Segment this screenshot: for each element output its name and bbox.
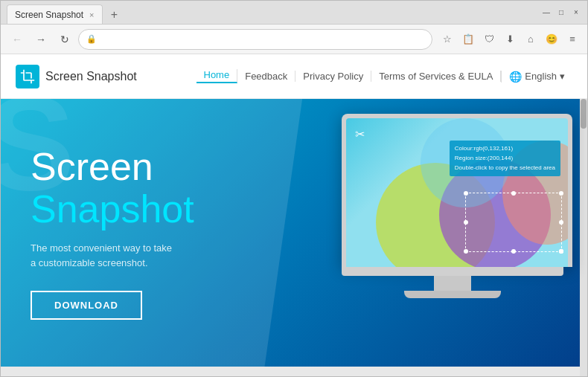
tab-close-button[interactable]: × xyxy=(89,10,94,19)
tooltip-line1: Colour:rgb(0,132,161) xyxy=(455,144,555,154)
close-window-button[interactable]: × xyxy=(571,7,581,18)
language-selector[interactable]: 🌐 English ▾ xyxy=(501,71,572,83)
navigation-bar: ← → ↻ 🔒 ☆ 📋 🛡 ⬇ ⌂ 😊 ≡ xyxy=(1,25,587,54)
tooltip-line3: Double-click to copy the selected area xyxy=(455,164,555,173)
monitor-frame: ✂ Colour:rgb(0,132,161) Region size:(200… xyxy=(342,114,572,267)
download-icon[interactable]: ⬇ xyxy=(501,30,519,48)
selection-rectangle xyxy=(465,193,562,252)
hero-subtitle-line1: The most convenient way to take xyxy=(31,242,172,254)
window-controls: — □ × xyxy=(541,7,581,18)
minimize-button[interactable]: — xyxy=(541,7,552,18)
title-bar: Screen Snapshot × + — □ × xyxy=(1,1,587,25)
hero-subtitle: The most convenient way to take a custom… xyxy=(31,241,239,270)
address-bar[interactable]: 🔒 xyxy=(78,29,432,50)
nav-feedback-link[interactable]: Feedback xyxy=(237,71,295,82)
menu-icon[interactable]: ≡ xyxy=(563,30,581,48)
bookmark-star-icon[interactable]: ☆ xyxy=(438,30,456,48)
hero-section: S Screen Snapshot The most convenient wa… xyxy=(1,99,587,367)
download-button[interactable]: DOWNLOAD xyxy=(31,291,142,320)
tooltip-line2: Region size:(200,144) xyxy=(455,154,555,164)
chevron-down-icon: ▾ xyxy=(560,71,565,82)
new-tab-button[interactable]: + xyxy=(106,6,124,24)
handle-bl xyxy=(464,249,468,254)
forward-button[interactable]: → xyxy=(31,29,51,50)
handle-bm xyxy=(511,249,516,254)
tab-title: Screen Snapshot xyxy=(15,10,83,20)
hero-title-line1: Screen xyxy=(31,146,239,188)
nav-home-link[interactable]: Home xyxy=(196,69,238,83)
monitor-illustration: ✂ Colour:rgb(0,132,161) Region size:(200… xyxy=(342,114,572,298)
site-logo: Screen Snapshot xyxy=(16,65,137,88)
nav-icons-right: ☆ 📋 🛡 ⬇ ⌂ 😊 ≡ xyxy=(438,30,581,48)
browser-window: Screen Snapshot × + — □ × ← → ↻ 🔒 ☆ 📋 🛡 … xyxy=(0,0,588,377)
home-icon[interactable]: ⌂ xyxy=(522,30,540,48)
monitor: ✂ Colour:rgb(0,132,161) Region size:(200… xyxy=(342,114,572,298)
nav-privacy-link[interactable]: Privacy Policy xyxy=(295,71,371,82)
scrollbar-thumb[interactable] xyxy=(581,99,587,129)
hero-left: Screen Snapshot The most convenient way … xyxy=(1,116,269,349)
active-tab[interactable]: Screen Snapshot × xyxy=(7,4,103,24)
handle-br xyxy=(559,249,563,254)
back-button[interactable]: ← xyxy=(7,29,28,50)
handle-tr xyxy=(559,191,563,196)
monitor-chin xyxy=(342,267,563,276)
page-content: Screen Snapshot Home Feedback Privacy Po… xyxy=(1,54,587,376)
handle-tl xyxy=(464,191,468,196)
globe-icon: 🌐 xyxy=(509,71,522,83)
nav-terms-link[interactable]: Terms of Services & EULA xyxy=(371,71,501,82)
screen-tooltip: Colour:rgb(0,132,161) Region size:(200,1… xyxy=(450,141,560,176)
monitor-stand xyxy=(342,267,563,298)
logo-icon xyxy=(16,65,39,88)
site-logo-text: Screen Snapshot xyxy=(45,70,137,83)
handle-mr xyxy=(559,220,563,225)
language-label: English xyxy=(525,71,557,82)
monitor-base xyxy=(404,291,501,298)
lock-icon: 🔒 xyxy=(86,34,97,44)
reader-icon[interactable]: 📋 xyxy=(459,30,477,48)
scrollbar[interactable] xyxy=(580,54,587,376)
site-header: Screen Snapshot Home Feedback Privacy Po… xyxy=(1,54,587,99)
profile-icon[interactable]: 😊 xyxy=(543,30,560,48)
shield-icon[interactable]: 🛡 xyxy=(480,30,498,48)
hero-subtitle-line2: a customizable screenshot. xyxy=(31,257,148,268)
hero-title-line2: Snapshot xyxy=(31,188,239,231)
refresh-button[interactable]: ↻ xyxy=(54,29,75,50)
site-navigation: Home Feedback Privacy Policy Terms of Se… xyxy=(196,69,573,83)
tab-strip: Screen Snapshot × + xyxy=(7,1,535,24)
handle-ml xyxy=(464,220,468,225)
screen-crop-icon: ✂ xyxy=(355,127,365,141)
monitor-neck xyxy=(434,276,471,291)
monitor-screen: ✂ Colour:rgb(0,132,161) Region size:(200… xyxy=(346,118,568,267)
handle-tm xyxy=(511,191,516,196)
maximize-button[interactable]: □ xyxy=(556,7,566,18)
crop-logo-svg xyxy=(20,69,35,84)
